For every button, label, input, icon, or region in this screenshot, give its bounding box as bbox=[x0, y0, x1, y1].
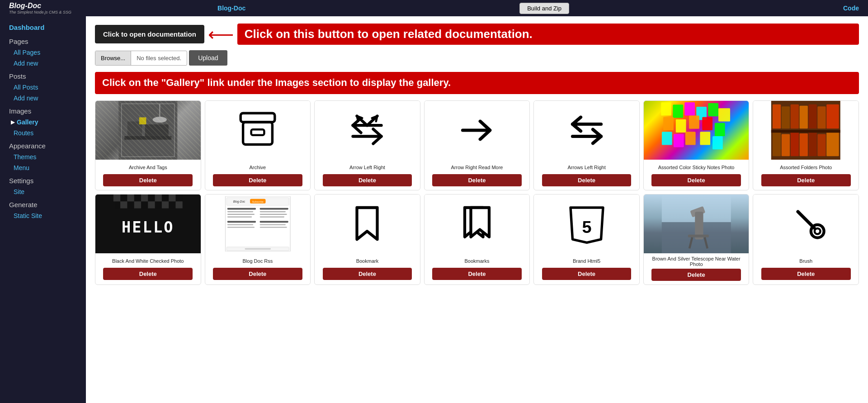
delete-btn-brush[interactable]: Delete bbox=[761, 268, 851, 280]
image-card-telescope: Brown And Silver Telescope Near Water Ph… bbox=[643, 194, 750, 285]
top-nav: Blog-Doc The Simplest Node.js CMS & SSG … bbox=[0, 0, 868, 16]
svg-rect-58 bbox=[134, 201, 141, 208]
svg-rect-81 bbox=[259, 227, 287, 228]
delete-btn-telescope[interactable]: Delete bbox=[651, 269, 741, 281]
sidebar-item-dashboard[interactable]: Dashboard bbox=[0, 21, 86, 34]
delete-btn-archive[interactable]: Delete bbox=[213, 174, 302, 186]
svg-rect-22 bbox=[684, 102, 695, 115]
blog-doc-nav-link[interactable]: Blog-Doc bbox=[217, 5, 245, 12]
delete-btn-blog-doc-rss[interactable]: Delete bbox=[213, 268, 302, 280]
svg-rect-4 bbox=[145, 124, 169, 136]
delete-btn-sticky-notes[interactable]: Delete bbox=[651, 174, 741, 186]
svg-rect-90 bbox=[688, 234, 709, 237]
delete-btn-html5[interactable]: Delete bbox=[542, 268, 632, 280]
file-input-wrapper: Browse... No files selected. bbox=[95, 51, 187, 66]
sidebar-item-site[interactable]: Site bbox=[0, 186, 86, 197]
image-card-arrow-left-right: Arrow Left Right Delete bbox=[314, 100, 420, 190]
svg-rect-28 bbox=[718, 108, 730, 121]
sidebar-item-all-pages[interactable]: All Pages bbox=[0, 47, 86, 58]
svg-rect-0 bbox=[118, 101, 177, 160]
svg-rect-68 bbox=[227, 208, 255, 209]
upload-button[interactable]: Upload bbox=[189, 50, 227, 66]
image-card-bookmark: Bookmark Delete bbox=[314, 194, 420, 285]
thumb-archive-and-tags bbox=[95, 101, 201, 160]
delete-btn-arrow-right-read-more[interactable]: Delete bbox=[432, 174, 522, 186]
logo: Blog-Doc The Simplest Node.js CMS & SSG bbox=[9, 2, 71, 14]
sidebar-section-pages: Pages bbox=[0, 34, 86, 47]
code-nav-link[interactable]: Code bbox=[843, 5, 859, 12]
delete-btn-hello[interactable]: Delete bbox=[103, 268, 193, 280]
svg-rect-41 bbox=[818, 106, 826, 128]
svg-rect-39 bbox=[800, 105, 808, 128]
svg-rect-9 bbox=[243, 122, 272, 145]
delete-btn-arrow-left-right[interactable]: Delete bbox=[323, 174, 412, 186]
image-card-hello: HELLO Black And White Checked Photo Dele… bbox=[95, 194, 201, 285]
doc-button[interactable]: Click to open documentation bbox=[95, 25, 204, 43]
svg-rect-60 bbox=[162, 201, 169, 208]
svg-rect-1 bbox=[122, 104, 175, 156]
delete-btn-bookmark[interactable]: Delete bbox=[323, 268, 412, 280]
svg-rect-10 bbox=[251, 129, 264, 135]
svg-rect-76 bbox=[227, 221, 255, 223]
svg-rect-71 bbox=[227, 216, 252, 217]
sidebar-item-static-site[interactable]: Static Site bbox=[0, 210, 86, 221]
svg-rect-44 bbox=[782, 134, 790, 156]
svg-text:Blog-Doc: Blog-Doc bbox=[233, 200, 245, 204]
image-card-folders: Assorted Folders Photo Delete bbox=[753, 100, 859, 190]
card-title-blog-doc-rss: Blog Doc Rss bbox=[241, 253, 275, 268]
svg-rect-45 bbox=[791, 132, 799, 156]
sidebar-item-menu[interactable]: Menu bbox=[0, 162, 86, 173]
delete-btn-folders[interactable]: Delete bbox=[761, 174, 851, 186]
delete-btn-archive-and-tags[interactable]: Delete bbox=[103, 174, 193, 186]
sidebar-item-themes[interactable]: Themes bbox=[0, 152, 86, 162]
thumb-bookmarks bbox=[425, 194, 530, 253]
svg-rect-48 bbox=[818, 134, 826, 156]
svg-line-93 bbox=[798, 212, 814, 228]
delete-btn-bookmarks[interactable]: Delete bbox=[432, 268, 522, 280]
svg-rect-49 bbox=[827, 132, 840, 156]
thumb-hello: HELLO bbox=[95, 194, 201, 253]
browse-button[interactable]: Browse... bbox=[95, 51, 131, 65]
svg-rect-77 bbox=[227, 224, 253, 225]
svg-rect-27 bbox=[702, 117, 712, 130]
svg-rect-29 bbox=[662, 132, 672, 145]
sidebar-section-settings: Settings bbox=[0, 173, 86, 186]
sidebar-item-add-post[interactable]: Add new bbox=[0, 93, 86, 104]
card-title-arrows-left-right: Arrows Left Right bbox=[566, 160, 607, 174]
main-content: Click to open documentation ⟵ Click on t… bbox=[86, 16, 868, 403]
svg-rect-78 bbox=[227, 227, 254, 228]
svg-rect-32 bbox=[700, 132, 710, 145]
card-title-archive: Archive bbox=[248, 160, 268, 174]
svg-rect-56 bbox=[169, 194, 175, 201]
svg-rect-57 bbox=[120, 201, 127, 208]
thumb-brush bbox=[753, 194, 859, 253]
card-title-brush: Brush bbox=[797, 253, 814, 268]
image-card-sticky-notes: Assorted Color Sticky Notes Photo Delete bbox=[643, 100, 750, 190]
card-title-html5: Brand Html5 bbox=[571, 253, 602, 268]
image-card-arrow-right-read-more: Arrow Right Read More Delete bbox=[424, 100, 530, 190]
svg-rect-72 bbox=[259, 208, 288, 209]
card-title-sticky-notes: Assorted Color Sticky Notes Photo bbox=[656, 160, 736, 174]
svg-rect-75 bbox=[259, 216, 284, 217]
sidebar-item-add-page[interactable]: Add new bbox=[0, 58, 86, 69]
doc-row: Click to open documentation ⟵ Click on t… bbox=[95, 24, 859, 45]
card-title-arrow-right-read-more: Arrow Right Read More bbox=[449, 160, 505, 174]
delete-btn-arrows-left-right[interactable]: Delete bbox=[542, 174, 632, 186]
card-title-archive-and-tags: Archive And Tags bbox=[127, 160, 169, 174]
sidebar-item-gallery[interactable]: Gallery bbox=[17, 119, 38, 126]
thumb-folders bbox=[753, 101, 859, 160]
svg-rect-47 bbox=[809, 132, 817, 156]
red-arrow-icon: ⟵ bbox=[208, 25, 234, 43]
svg-point-94 bbox=[811, 224, 824, 237]
svg-rect-53 bbox=[127, 194, 134, 201]
card-title-hello: Black And White Checked Photo bbox=[110, 253, 185, 268]
svg-rect-36 bbox=[773, 104, 781, 128]
sidebar-section-generate: Generate bbox=[0, 197, 86, 210]
sidebar-item-routes[interactable]: Routes bbox=[0, 128, 86, 138]
sidebar-item-all-posts[interactable]: All Posts bbox=[0, 82, 86, 93]
svg-rect-3 bbox=[127, 121, 142, 136]
svg-text:5: 5 bbox=[582, 217, 591, 236]
svg-rect-83 bbox=[245, 248, 270, 249]
build-zip-button[interactable]: Build and Zip bbox=[519, 3, 569, 14]
svg-text:HELLO: HELLO bbox=[122, 218, 175, 236]
